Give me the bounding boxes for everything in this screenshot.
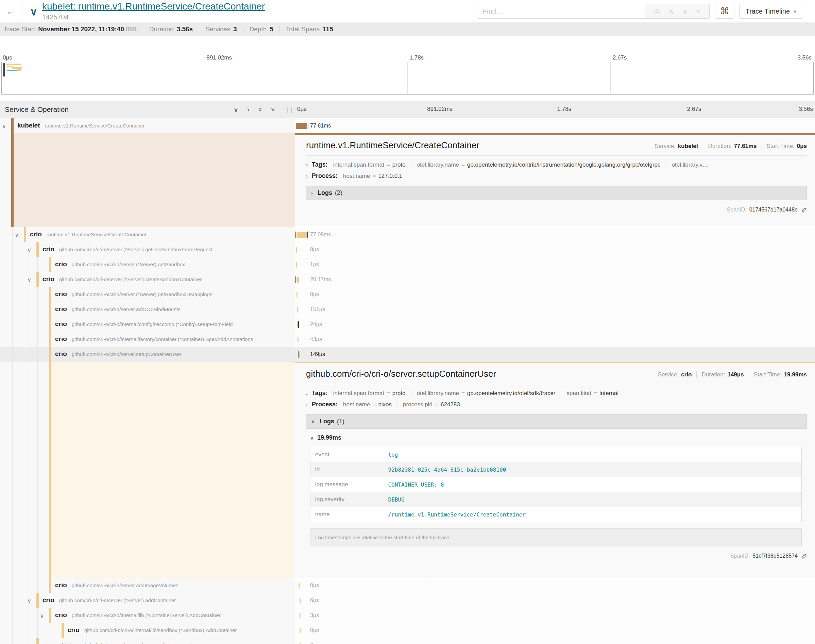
- span-name-cell[interactable]: ∨criogithub.com/cri-o/cri-o/server.(*Ser…: [0, 272, 295, 287]
- span-timeline-cell[interactable]: 3μs: [295, 608, 815, 623]
- span-row[interactable]: ∨criogithub.com/cri-o/cri-o/server.(*Ser…: [0, 593, 815, 608]
- span-duration-bar[interactable]: [300, 642, 300, 644]
- span-row[interactable]: criogithub.com/cri-o/cri-o/server.(*Serv…: [0, 638, 815, 644]
- duration-label: Duration:: [702, 371, 725, 378]
- span-name-cell[interactable]: ∨criogithub.com/cri-o/cri-o/server.(*Ser…: [0, 593, 295, 608]
- span-timeline-cell[interactable]: 6μs: [295, 593, 815, 608]
- span-name-cell[interactable]: criogithub.com/cri-o/cri-o/server.(*Serv…: [0, 638, 295, 644]
- span-duration-bar[interactable]: [300, 628, 300, 633]
- span-name-cell[interactable]: ∨kubeletruntime.v1.RuntimeService/Create…: [0, 118, 295, 133]
- span-name-cell[interactable]: criogithub.com/cri-o/cri-o/internal/conf…: [0, 317, 295, 332]
- span-duration-bar[interactable]: [296, 247, 297, 253]
- log-entry-timestamp[interactable]: ∨19.99ms: [310, 434, 807, 442]
- span-duration-bar[interactable]: [299, 351, 300, 357]
- span-duration-bar[interactable]: [300, 598, 300, 604]
- span-timeline-cell[interactable]: 43μs: [295, 332, 815, 347]
- span-duration-bar[interactable]: [296, 123, 307, 129]
- start-time-value: 0μs: [797, 143, 807, 150]
- tags-row[interactable]: ›Tags:internal.span.format=protootel.lib…: [306, 161, 807, 168]
- span-duration-bar[interactable]: [296, 262, 297, 268]
- span-row[interactable]: criogithub.com/cri-o/cri-o/internal/conf…: [0, 317, 815, 332]
- link-icon[interactable]: [800, 552, 807, 559]
- span-operation-name: github.com/cri-o/cri-o/server.addImageVo…: [72, 583, 178, 588]
- chevron-down-icon[interactable]: ∨: [27, 276, 31, 284]
- span-timeline-cell[interactable]: 1μs: [295, 257, 815, 272]
- tags-row[interactable]: ›Tags:internal.span.format=protootel.lib…: [306, 389, 807, 397]
- next-match-icon[interactable]: ∨: [682, 7, 688, 15]
- span-row[interactable]: criogithub.com/cri-o/cri-o/server.setupC…: [0, 347, 815, 362]
- span-name-cell[interactable]: ∨crioruntime.v1.RuntimeService/CreateCon…: [0, 227, 295, 242]
- span-name-cell[interactable]: criogithub.com/cri-o/cri-o/internal/fact…: [0, 332, 295, 347]
- span-row[interactable]: ∨kubeletruntime.v1.RuntimeService/Create…: [0, 118, 815, 133]
- chevron-down-icon[interactable]: ∨: [2, 123, 6, 130]
- chevron-down-icon[interactable]: ∨: [15, 232, 19, 239]
- span-duration-bar[interactable]: [297, 277, 299, 282]
- span-timeline-cell[interactable]: 0μs: [295, 638, 815, 644]
- span-row[interactable]: ∨criogithub.com/cri-o/cri-o/server.(*Ser…: [0, 242, 815, 257]
- chevron-down-icon[interactable]: ∨: [27, 247, 31, 254]
- span-row[interactable]: criogithub.com/cri-o/cri-o/server.addIma…: [0, 578, 815, 593]
- expand-one-icon[interactable]: ›: [247, 106, 250, 113]
- find-input[interactable]: [477, 4, 645, 19]
- chevron-down-icon[interactable]: ∨: [27, 597, 31, 604]
- span-timeline-cell[interactable]: 24μs: [295, 317, 815, 332]
- span-timeline-cell[interactable]: 77.61ms: [295, 118, 815, 133]
- span-row[interactable]: ∨criogithub.com/cri-o/cri-o/internal/lib…: [0, 608, 815, 623]
- span-duration-bar[interactable]: [297, 292, 297, 297]
- trace-title-link[interactable]: kubelet: runtime.v1.RuntimeService/Creat…: [42, 2, 265, 12]
- prev-match-icon[interactable]: ∧: [669, 7, 674, 15]
- span-name-cell[interactable]: ∨criogithub.com/cri-o/cri-o/server.(*Ser…: [0, 242, 295, 257]
- span-row[interactable]: criogithub.com/cri-o/cri-o/server.addOCI…: [0, 302, 815, 317]
- tree-guide-line: [37, 332, 38, 347]
- link-icon[interactable]: [800, 206, 807, 213]
- span-row[interactable]: ∨criogithub.com/cri-o/cri-o/server.(*Ser…: [0, 272, 815, 287]
- span-name-cell[interactable]: criogithub.com/cri-o/cri-o/server.setupC…: [0, 347, 295, 362]
- trace-view-dropdown[interactable]: Trace Timeline ∨: [739, 4, 803, 19]
- divider: [306, 155, 807, 156]
- span-row[interactable]: criogithub.com/cri-o/cri-o/internal/fact…: [0, 332, 815, 347]
- span-row[interactable]: criogithub.com/cri-o/cri-o/internal/lib/…: [0, 623, 815, 638]
- span-name-cell[interactable]: criogithub.com/cri-o/cri-o/server.(*Serv…: [0, 257, 295, 272]
- back-arrow-icon[interactable]: ←: [0, 0, 23, 23]
- span-duration-bar[interactable]: [297, 307, 298, 313]
- column-resizer-handle[interactable]: ❘❘: [285, 106, 293, 113]
- span-name-cell[interactable]: criogithub.com/cri-o/cri-o/server.addIma…: [0, 578, 295, 593]
- span-timeline-cell[interactable]: 0μs: [295, 578, 815, 593]
- span-name-cell[interactable]: criogithub.com/cri-o/cri-o/server.(*Serv…: [0, 287, 295, 302]
- logs-section-header[interactable]: ›Logs(2): [306, 186, 807, 200]
- expand-all-icon[interactable]: »: [271, 106, 275, 113]
- clear-find-icon[interactable]: ×: [696, 8, 700, 15]
- span-duration-bar[interactable]: [300, 613, 300, 618]
- span-timeline-cell[interactable]: 0μs: [295, 287, 815, 302]
- minimap-canvas[interactable]: [2, 62, 813, 95]
- process-row[interactable]: ›Process:host.name=127.0.0.1: [306, 172, 807, 179]
- span-timeline-cell[interactable]: 149μs: [295, 347, 815, 362]
- span-name-cell[interactable]: ∨criogithub.com/cri-o/cri-o/internal/lib…: [0, 608, 295, 623]
- span-row[interactable]: criogithub.com/cri-o/cri-o/server.(*Serv…: [0, 257, 815, 272]
- chevron-down-icon[interactable]: ∨: [40, 612, 44, 619]
- span-duration-bar[interactable]: [297, 337, 299, 342]
- span-name-cell[interactable]: criogithub.com/cri-o/cri-o/internal/lib/…: [0, 623, 295, 638]
- tag-item: host.name=127.0.0.1: [343, 173, 402, 179]
- span-boundary-tick: [307, 232, 308, 238]
- focus-match-icon[interactable]: ◎: [654, 7, 660, 15]
- span-duration-bar[interactable]: [297, 232, 307, 238]
- span-color-bar: [49, 332, 51, 347]
- span-timeline-cell[interactable]: 8μs: [295, 242, 815, 257]
- span-timeline-cell[interactable]: 0μs: [295, 623, 815, 638]
- span-row[interactable]: ∨crioruntime.v1.RuntimeService/CreateCon…: [0, 227, 815, 242]
- span-duration-bar[interactable]: [299, 583, 300, 589]
- chevron-down-icon: ∨: [311, 419, 315, 425]
- span-timeline-cell[interactable]: 77.08ms: [295, 227, 815, 242]
- span-name-cell[interactable]: criogithub.com/cri-o/cri-o/server.addOCI…: [0, 302, 295, 317]
- span-row[interactable]: criogithub.com/cri-o/cri-o/server.(*Serv…: [0, 287, 815, 302]
- process-row[interactable]: ›Process:host.name=nixosprocess.pid=6242…: [306, 401, 807, 408]
- keyboard-shortcuts-button[interactable]: ⌘: [715, 4, 734, 19]
- span-timeline-cell[interactable]: 151μs: [295, 302, 815, 317]
- span-timeline-cell[interactable]: 20.17ms: [295, 272, 815, 287]
- collapse-one-icon[interactable]: ∨: [233, 106, 238, 113]
- collapse-all-icon[interactable]: »: [256, 107, 264, 111]
- logs-section-header[interactable]: ∨Logs(1): [306, 414, 807, 429]
- collapse-header-icon[interactable]: ∨: [30, 7, 37, 17]
- minimap-scrubber-handle[interactable]: [3, 63, 5, 77]
